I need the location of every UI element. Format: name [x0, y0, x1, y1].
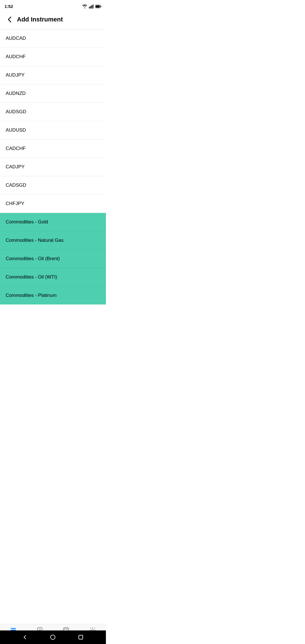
- list-item[interactable]: Commodities - Oil (Brent): [0, 250, 106, 268]
- list-item[interactable]: CADSGD: [0, 176, 106, 195]
- battery-icon: [95, 5, 101, 8]
- signal-icon: [89, 5, 93, 8]
- svg-rect-2: [91, 5, 92, 8]
- list-item[interactable]: Commodities - Gold: [0, 213, 106, 231]
- list-item[interactable]: Commodities - Oil (WTI): [0, 268, 106, 286]
- list-item[interactable]: AUDJPY: [0, 66, 106, 84]
- svg-rect-5: [101, 6, 101, 7]
- list-item[interactable]: Commodities - Natural Gas: [0, 231, 106, 250]
- svg-rect-6: [96, 5, 100, 8]
- list-item[interactable]: CHFJPY: [0, 195, 106, 213]
- svg-rect-1: [90, 6, 91, 8]
- bottom-spacer: [0, 304, 106, 350]
- svg-rect-0: [89, 7, 90, 8]
- list-item[interactable]: CADJPY: [0, 158, 106, 176]
- list-item[interactable]: AUDCAD: [0, 29, 106, 48]
- list-item[interactable]: Commodities - Platinum: [0, 286, 106, 304]
- status-time: 1:52: [5, 4, 13, 9]
- list-item[interactable]: CADCHF: [0, 140, 106, 158]
- list-item[interactable]: AUDCHF: [0, 48, 106, 66]
- header: Add Instrument: [0, 11, 106, 29]
- wifi-icon: [82, 5, 87, 8]
- list-item[interactable]: AUDUSD: [0, 121, 106, 140]
- svg-rect-3: [93, 5, 94, 8]
- page-title: Add Instrument: [17, 16, 63, 23]
- status-icons: [82, 5, 101, 8]
- status-bar: 1:52: [0, 0, 106, 11]
- back-button[interactable]: [5, 14, 15, 25]
- instrument-list: AUDCADAUDCHFAUDJPYAUDNZDAUDSGDAUDUSDCADC…: [0, 29, 106, 304]
- list-item[interactable]: AUDSGD: [0, 103, 106, 121]
- list-item[interactable]: AUDNZD: [0, 84, 106, 103]
